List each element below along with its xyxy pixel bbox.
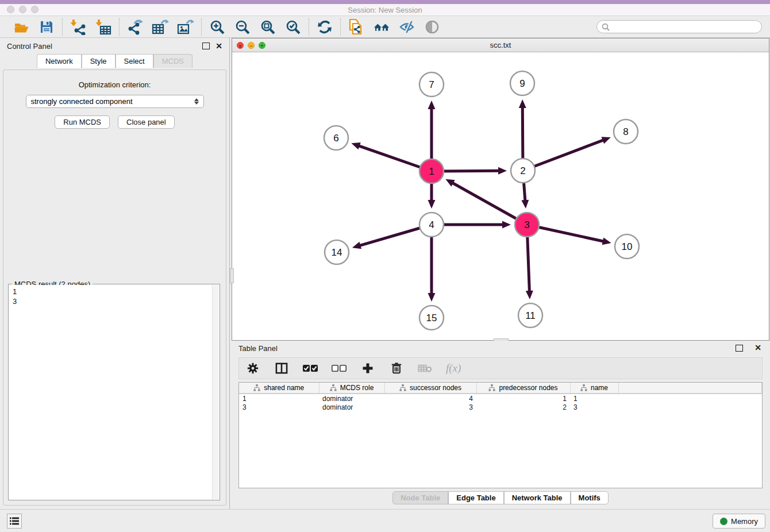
mcds-panel: Optimization criterion: strongly connect…: [3, 70, 226, 506]
memory-label: Memory: [731, 517, 758, 526]
vertical-splitter-grip[interactable]: [230, 268, 234, 283]
table-panel-title: Table Panel: [238, 344, 278, 353]
delete-column-button[interactable]: [388, 360, 405, 376]
table-cell[interactable]: 3: [384, 403, 476, 412]
column-header-mcds-role[interactable]: MCDS role: [319, 383, 384, 394]
add-column-button[interactable]: [360, 360, 376, 376]
graph-edge-3-1[interactable]: [452, 183, 527, 225]
search-field[interactable]: [596, 20, 762, 33]
task-history-button[interactable]: [7, 514, 22, 529]
chevron-updown-icon: [194, 98, 199, 105]
graph-node-label: 3: [524, 219, 529, 230]
table-cell[interactable]: 1: [476, 394, 570, 403]
home-button[interactable]: [373, 18, 390, 36]
table-close-icon[interactable]: ✕: [754, 344, 761, 352]
zoom-out-button[interactable]: [234, 18, 251, 36]
column-header-predecessor-nodes[interactable]: predecessor nodes: [476, 383, 570, 394]
import-table-button[interactable]: [95, 18, 112, 36]
column-header-name[interactable]: name: [570, 383, 618, 394]
application-window: Session: New Session: [0, 0, 770, 532]
edge-arrowhead: [352, 242, 361, 249]
table-cell-empty: [618, 394, 762, 403]
save-session-button[interactable]: [38, 18, 55, 36]
deselect-all-button[interactable]: [331, 360, 347, 376]
edge-arrowhead: [428, 200, 436, 209]
import-network-button[interactable]: [70, 18, 87, 36]
run-mcds-button[interactable]: Run MCDS: [55, 115, 110, 129]
save-icon: [40, 20, 53, 34]
table-cell[interactable]: 3: [570, 403, 618, 412]
table-cell[interactable]: dominator: [319, 394, 384, 403]
status-bar: Memory: [0, 509, 770, 532]
contrast-circle-icon: [425, 20, 440, 34]
zoom-fit-button[interactable]: [259, 18, 276, 36]
network-minimize-icon[interactable]: −: [248, 42, 255, 49]
table-cell[interactable]: 2: [476, 403, 570, 412]
tab-network-table[interactable]: Network Table: [504, 491, 571, 504]
table-settings-button[interactable]: [245, 360, 261, 376]
toggle-view-button[interactable]: [424, 18, 441, 36]
network-graph[interactable]: 7968124314101511: [232, 52, 769, 340]
export-image-button[interactable]: [177, 18, 194, 36]
edge-arrowhead: [498, 167, 507, 175]
tab-select[interactable]: Select: [116, 54, 153, 68]
table-toolbar: f(x): [238, 357, 763, 379]
apply-layout-button[interactable]: [316, 18, 333, 36]
table-row[interactable]: 1dominator411: [239, 394, 762, 403]
tab-style[interactable]: Style: [82, 54, 116, 68]
close-panel-icon[interactable]: ✕: [215, 42, 222, 50]
search-input[interactable]: [613, 23, 757, 31]
node-table[interactable]: shared nameMCDS rolesuccessor nodesprede…: [238, 382, 763, 488]
result-line: 1: [13, 287, 209, 297]
function-builder-button-disabled[interactable]: f(x): [446, 362, 461, 375]
network-maximize-icon[interactable]: +: [259, 42, 265, 49]
attribute-tree-icon: [253, 384, 260, 391]
mcds-result-list[interactable]: 13: [9, 285, 212, 499]
window-title: Session: New Session: [0, 6, 770, 14]
graph-node-label: 7: [429, 79, 434, 90]
close-panel-button[interactable]: Close panel: [118, 115, 175, 129]
graph-edge-2-8[interactable]: [523, 140, 604, 171]
export-table-button[interactable]: [152, 18, 169, 36]
main-titlebar[interactable]: Session: New Session: [0, 4, 770, 16]
table-float-icon[interactable]: [736, 345, 743, 352]
column-header-empty: [618, 383, 762, 394]
checked-boxes-icon: [303, 364, 318, 372]
zoom-selected-button[interactable]: [284, 18, 302, 36]
graph-node-label: 15: [426, 313, 437, 323]
network-window-titlebar[interactable]: x − + scc.txt: [232, 38, 769, 52]
column-header-shared-name[interactable]: shared name: [239, 383, 319, 394]
network-canvas[interactable]: 7968124314101511: [232, 52, 769, 340]
memory-button[interactable]: Memory: [713, 514, 765, 529]
tab-motifs[interactable]: Motifs: [571, 491, 609, 504]
table-cell[interactable]: 1: [239, 394, 319, 403]
edge-arrowhead: [502, 221, 511, 229]
tab-edge-table[interactable]: Edge Table: [448, 491, 503, 504]
tab-network[interactable]: Network: [37, 54, 82, 68]
float-panel-icon[interactable]: [202, 43, 210, 49]
hide-button[interactable]: [398, 18, 415, 36]
table-cell[interactable]: dominator: [319, 403, 384, 412]
network-close-icon[interactable]: x: [237, 42, 244, 49]
edge-arrowhead: [428, 293, 436, 302]
table-cell[interactable]: 4: [384, 394, 476, 403]
open-folder-icon: [14, 20, 29, 34]
table-cell[interactable]: 3: [239, 403, 319, 412]
edge-arrowhead: [519, 99, 526, 108]
optimization-select[interactable]: strongly connected component: [26, 95, 204, 108]
zoom-in-button[interactable]: [209, 18, 226, 36]
export-network-button[interactable]: [126, 18, 144, 36]
table-row[interactable]: 3dominator323: [239, 403, 762, 412]
select-all-button[interactable]: [302, 360, 318, 376]
open-file-button[interactable]: [13, 18, 30, 36]
column-header-successor-nodes[interactable]: successor nodes: [384, 383, 476, 394]
graph-node-label: 8: [623, 126, 628, 137]
table-cell[interactable]: 1: [570, 394, 618, 403]
clone-network-button[interactable]: [348, 18, 365, 36]
show-column-button[interactable]: [274, 360, 290, 376]
mcds-result-box: MCDS result (2 nodes) 13: [8, 284, 220, 500]
delete-table-button-disabled[interactable]: [417, 360, 433, 376]
tab-mcds[interactable]: MCDS: [153, 54, 192, 68]
result-scrollbar[interactable]: [212, 285, 219, 499]
tab-node-table[interactable]: Node Table: [392, 491, 448, 504]
